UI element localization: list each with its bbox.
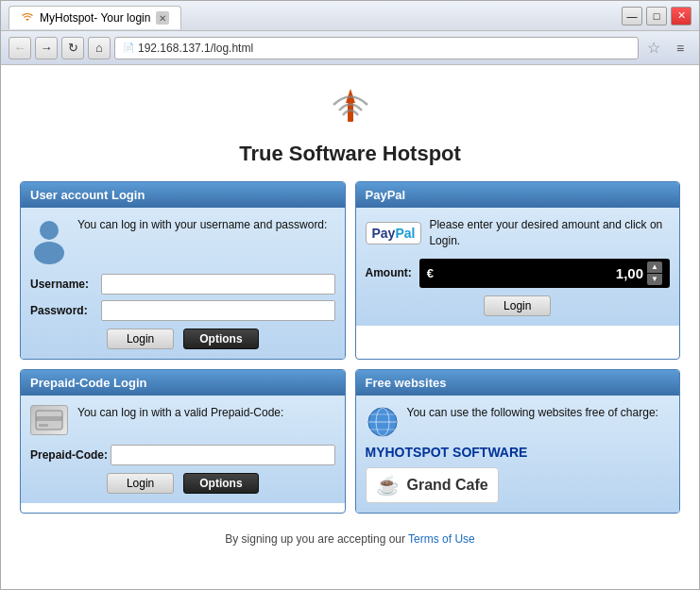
svg-rect-7: [39, 424, 48, 427]
amount-down-button[interactable]: ▼: [647, 274, 662, 285]
paypal-login-button[interactable]: Login: [484, 295, 551, 316]
page-title: True Software Hotspot: [20, 142, 680, 166]
free-websites-header: Free websites: [356, 370, 680, 396]
paypal-buttons: Login: [366, 295, 671, 316]
address-bar[interactable]: 📄 192.168.137.1/log.html: [114, 37, 639, 59]
password-input[interactable]: [101, 300, 335, 321]
user-account-header: User account Login: [21, 182, 345, 208]
svg-rect-1: [348, 103, 353, 122]
paypal-pay-text: Pay: [372, 226, 396, 241]
paypal-header: PayPal: [356, 182, 680, 208]
back-button[interactable]: ←: [9, 37, 31, 59]
prepaid-card-icon: [30, 405, 68, 435]
prepaid-code-row: Prepaid-Code:: [30, 445, 335, 465]
svg-rect-6: [36, 416, 62, 421]
tab-close-button[interactable]: ✕: [156, 11, 169, 25]
user-account-panel: User account Login You can log in with y…: [20, 181, 346, 360]
coffee-cup-icon: ☕: [376, 474, 400, 497]
prepaid-login-button[interactable]: Login: [107, 473, 174, 494]
amount-label: Amount:: [366, 266, 412, 279]
euro-symbol: €: [427, 266, 434, 280]
amount-up-button[interactable]: ▲: [647, 261, 662, 273]
footer: By signing up you are accepting our Term…: [20, 527, 680, 551]
nav-bar: ← → ↻ ⌂ 📄 192.168.137.1/log.html ☆ ≡: [1, 31, 699, 65]
terms-of-use-link[interactable]: Terms of Use: [408, 532, 475, 546]
username-label: Username:: [30, 278, 101, 291]
prepaid-header: Prepaid-Code Login: [21, 370, 345, 396]
paypal-panel: PayPal PayPal Please enter your desired …: [355, 181, 681, 360]
paypal-pal-text: Pal: [395, 226, 415, 241]
page-content: True Software Hotspot User account Login…: [1, 65, 699, 589]
refresh-button[interactable]: ↻: [61, 37, 84, 59]
cafe-name: Grand Cafe: [407, 477, 488, 494]
prepaid-buttons: Login Options: [30, 473, 335, 494]
user-account-buttons: Login Options: [30, 329, 335, 349]
globe-icon: [366, 405, 400, 439]
free-header-row: You can use the following websites free …: [366, 405, 671, 439]
footer-text: By signing up you are accepting our: [225, 532, 408, 546]
free-software-label: MYHOTSPOT SOFTWARE: [366, 445, 671, 460]
tab-title: MyHotspot- Your login: [40, 11, 150, 25]
paypal-body: PayPal Please enter your desired amount …: [356, 208, 680, 326]
wifi-icon: [322, 84, 379, 131]
user-account-description: You can log in with your username and pa…: [77, 217, 327, 233]
window-controls: — □ ✕: [622, 7, 691, 25]
browser-tab[interactable]: MyHotspot- Your login ✕: [9, 6, 181, 29]
amount-arrows: ▲ ▼: [647, 261, 662, 285]
address-file-icon: 📄: [123, 42, 134, 53]
svg-marker-0: [26, 19, 29, 21]
username-input[interactable]: [101, 274, 335, 295]
home-button[interactable]: ⌂: [88, 37, 111, 59]
bookmark-button[interactable]: ☆: [642, 37, 665, 59]
user-avatar-icon: [30, 217, 68, 264]
paypal-description: Please enter your desired amount and cli…: [429, 217, 670, 249]
maximize-button[interactable]: □: [646, 7, 667, 25]
paypal-logo-row: PayPal Please enter your desired amount …: [366, 217, 671, 249]
free-websites-body: You can use the following websites free …: [356, 396, 680, 513]
paypal-logo: PayPal: [366, 222, 422, 244]
user-icon-area: You can log in with your username and pa…: [30, 217, 335, 264]
main-grid: User account Login You can log in with y…: [20, 181, 680, 514]
svg-point-3: [40, 221, 59, 240]
tab-favicon: [21, 11, 34, 25]
password-label: Password:: [30, 304, 101, 317]
prepaid-panel: Prepaid-Code Login You can log in with a…: [20, 369, 346, 514]
amount-row: Amount: € 1,00 ▲ ▼: [366, 259, 671, 288]
prepaid-code-input[interactable]: [111, 445, 335, 465]
minimize-button[interactable]: —: [622, 7, 642, 25]
prepaid-options-button[interactable]: Options: [183, 473, 258, 494]
amount-input-wrapper: € 1,00 ▲ ▼: [419, 259, 670, 288]
amount-value: 1,00: [439, 265, 643, 281]
free-websites-panel: Free websites You can use the following …: [355, 369, 681, 514]
username-row: Username:: [30, 274, 335, 295]
title-bar: MyHotspot- Your login ✕ — □ ✕: [1, 1, 699, 31]
user-options-button[interactable]: Options: [183, 329, 258, 349]
prepaid-body: You can log in with a valid Prepaid-Code…: [21, 396, 345, 503]
prepaid-code-label: Prepaid-Code:: [30, 448, 111, 462]
user-account-body: You can log in with your username and pa…: [21, 208, 345, 359]
prepaid-icon-area: You can log in with a valid Prepaid-Code…: [30, 405, 335, 435]
forward-button[interactable]: →: [35, 37, 58, 59]
grand-cafe-badge[interactable]: ☕ Grand Cafe: [366, 467, 499, 503]
user-login-button[interactable]: Login: [107, 329, 174, 349]
close-button[interactable]: ✕: [671, 7, 691, 25]
prepaid-description: You can log in with a valid Prepaid-Code…: [77, 405, 283, 421]
browser-menu-button[interactable]: ≡: [669, 37, 691, 59]
free-websites-description: You can use the following websites free …: [407, 405, 658, 421]
wifi-icon-area: [20, 84, 680, 134]
card-svg: [35, 410, 63, 430]
svg-point-4: [34, 242, 64, 264]
browser-frame: MyHotspot- Your login ✕ — □ ✕ ← → ↻ ⌂ 📄 …: [0, 0, 700, 590]
url-text: 192.168.137.1/log.html: [138, 42, 253, 55]
password-row: Password:: [30, 300, 335, 321]
